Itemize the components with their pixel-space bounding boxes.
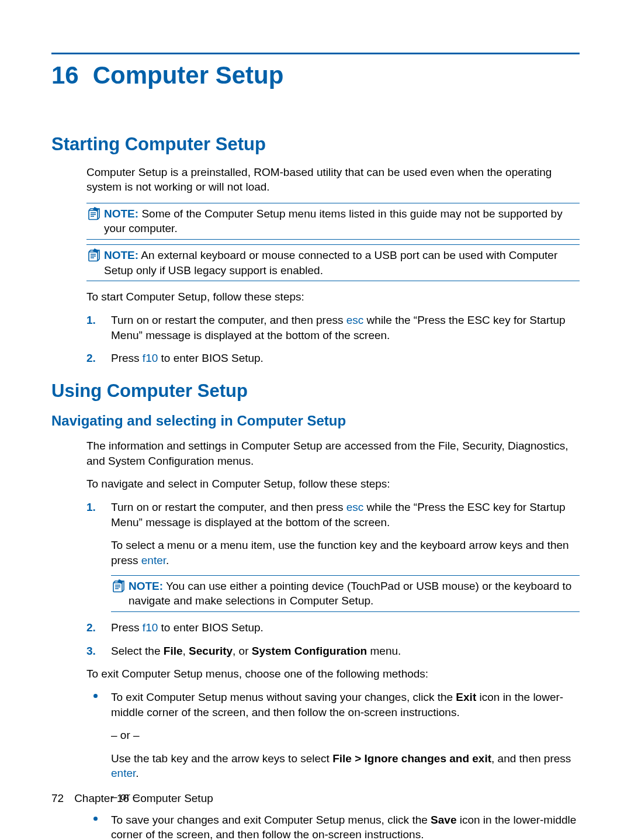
enter-key: enter [111, 767, 136, 779]
note-icon [86, 207, 100, 221]
note-1-label: NOTE: [104, 208, 138, 220]
step-number: 1. [86, 500, 96, 515]
nav-step-3: 3. Select the File, Security, or System … [86, 644, 580, 659]
f10-key: f10 [143, 621, 158, 634]
f10-key: f10 [143, 352, 158, 364]
exit-lead: To exit Computer Setup menus, choose one… [86, 666, 580, 682]
start-step-1: 1. Turn on or restart the computer, and … [86, 313, 580, 343]
note-3-text: You can use either a pointing device (To… [129, 580, 571, 607]
section-using-body: The information and settings in Computer… [86, 438, 580, 840]
start-steps: 1. Turn on or restart the computer, and … [86, 313, 580, 366]
note-2: NOTE: An external keyboard or mouse conn… [86, 244, 580, 281]
bullet-icon [93, 694, 98, 698]
step-number: 2. [86, 620, 96, 635]
note-icon [86, 248, 100, 262]
step-text: Turn on or restart the computer, and the… [111, 314, 566, 341]
start-step-2: 2. Press f10 to enter BIOS Setup. [86, 351, 580, 366]
exit-options: To exit Computer Setup menus without sav… [86, 690, 580, 840]
bullet-1-alt: Use the tab key and the arrow keys to se… [111, 751, 580, 781]
subsection-nav-heading: Navigating and selecting in Computer Set… [51, 412, 580, 430]
step-text: Select the File, Security, or System Con… [111, 645, 401, 657]
bullet-icon [93, 817, 98, 821]
note-1-text: Some of the Computer Setup menu items li… [104, 208, 563, 235]
enter-key: enter [141, 554, 166, 566]
section-using-heading: Using Computer Setup [51, 379, 580, 403]
intro-paragraph: Computer Setup is a preinstalled, ROM-ba… [86, 165, 580, 195]
esc-key: esc [346, 314, 364, 326]
step-number: 1. [86, 313, 96, 328]
exit-option-2: To save your changes and exit Computer S… [86, 813, 580, 840]
using-p1: The information and settings in Computer… [86, 438, 580, 468]
or-separator: – or – [111, 728, 580, 743]
chapter-rule [51, 53, 580, 54]
step-1-inner: To select a menu or a menu item, use the… [111, 538, 580, 568]
step-text: Turn on or restart the computer, and the… [111, 501, 566, 528]
exit-option-1: To exit Computer Setup menus without sav… [86, 690, 580, 804]
page-footer: 72Chapter 16 Computer Setup [51, 791, 213, 806]
note-1: NOTE: Some of the Computer Setup menu it… [86, 203, 580, 240]
note-2-label: NOTE: [104, 249, 138, 261]
using-p2: To navigate and select in Computer Setup… [86, 476, 580, 492]
note-3-label: NOTE: [129, 580, 163, 592]
chapter-title: 16Computer Setup [51, 59, 580, 92]
step-number: 3. [86, 644, 96, 659]
chapter-number: 16 [51, 61, 79, 89]
note-3: NOTE: You can use either a pointing devi… [111, 575, 580, 612]
esc-key: esc [346, 501, 364, 513]
step-text: Press f10 to enter BIOS Setup. [111, 352, 264, 364]
nav-step-2: 2. Press f10 to enter BIOS Setup. [86, 620, 580, 635]
step-number: 2. [86, 351, 96, 366]
nav-steps: 1. Turn on or restart the computer, and … [86, 500, 580, 658]
note-2-text: An external keyboard or mouse connected … [104, 249, 557, 276]
note-icon [111, 579, 125, 593]
footer-text: Chapter 16 Computer Setup [74, 792, 213, 804]
start-lead: To start Computer Setup, follow these st… [86, 289, 580, 305]
chapter-title-text: Computer Setup [93, 61, 284, 89]
nav-step-1: 1. Turn on or restart the computer, and … [86, 500, 580, 612]
bullet-text: To save your changes and exit Computer S… [111, 814, 576, 840]
page-number: 72 [51, 792, 64, 804]
step-text: Press f10 to enter BIOS Setup. [111, 621, 264, 634]
section-starting-body: Computer Setup is a preinstalled, ROM-ba… [86, 165, 580, 366]
section-starting-heading: Starting Computer Setup [51, 132, 580, 157]
bullet-text: To exit Computer Setup menus without sav… [111, 691, 563, 718]
